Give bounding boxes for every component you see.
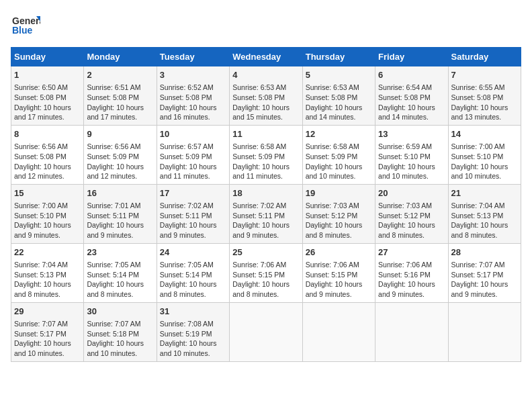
day-detail: Sunrise: 7:07 AMSunset: 5:17 PMDaylight:… xyxy=(14,319,81,359)
day-detail: Sunrise: 7:05 AMSunset: 5:14 PMDaylight:… xyxy=(87,260,153,300)
day-number: 14 xyxy=(451,128,518,140)
day-header-wednesday: Wednesday xyxy=(230,48,302,66)
day-header-sunday: Sunday xyxy=(11,48,84,66)
calendar-week-3: 15Sunrise: 7:00 AMSunset: 5:10 PMDayligh… xyxy=(11,184,521,243)
day-detail: Sunrise: 6:57 AMSunset: 5:09 PMDaylight:… xyxy=(160,142,226,181)
calendar-cell: 8Sunrise: 6:56 AMSunset: 5:08 PMDaylight… xyxy=(11,125,84,184)
day-header-friday: Friday xyxy=(375,48,448,66)
day-detail: Sunrise: 7:06 AMSunset: 5:16 PMDaylight:… xyxy=(378,260,445,300)
day-number: 24 xyxy=(160,246,226,259)
calendar-cell: 2Sunrise: 6:51 AMSunset: 5:08 PMDaylight… xyxy=(84,66,157,126)
day-number: 9 xyxy=(87,128,153,140)
day-detail: Sunrise: 6:53 AMSunset: 5:08 PMDaylight:… xyxy=(232,83,299,122)
day-number: 3 xyxy=(160,69,226,81)
day-number: 19 xyxy=(306,187,372,199)
calendar-cell: 25Sunrise: 7:06 AMSunset: 5:15 PMDayligh… xyxy=(230,243,302,302)
day-detail: Sunrise: 7:02 AMSunset: 5:11 PMDaylight:… xyxy=(232,201,299,240)
day-number: 10 xyxy=(160,128,226,140)
day-number: 5 xyxy=(306,69,372,81)
svg-text:Blue: Blue xyxy=(12,25,33,36)
day-number: 6 xyxy=(378,69,445,81)
calendar-cell: 22Sunrise: 7:04 AMSunset: 5:13 PMDayligh… xyxy=(11,243,84,302)
calendar-table: SundayMondayTuesdayWednesdayThursdayFrid… xyxy=(11,47,521,362)
calendar-cell: 5Sunrise: 6:53 AMSunset: 5:08 PMDaylight… xyxy=(302,66,375,126)
day-detail: Sunrise: 7:04 AMSunset: 5:13 PMDaylight:… xyxy=(14,260,81,300)
calendar-cell: 11Sunrise: 6:58 AMSunset: 5:09 PMDayligh… xyxy=(230,125,302,184)
calendar-cell: 29Sunrise: 7:07 AMSunset: 5:17 PMDayligh… xyxy=(11,302,84,361)
calendar-week-4: 22Sunrise: 7:04 AMSunset: 5:13 PMDayligh… xyxy=(11,243,521,302)
calendar-cell: 9Sunrise: 6:56 AMSunset: 5:09 PMDaylight… xyxy=(84,125,157,184)
day-detail: Sunrise: 7:01 AMSunset: 5:11 PMDaylight:… xyxy=(87,201,153,240)
calendar-cell: 21Sunrise: 7:04 AMSunset: 5:13 PMDayligh… xyxy=(448,184,521,243)
day-detail: Sunrise: 6:51 AMSunset: 5:08 PMDaylight:… xyxy=(87,83,153,122)
calendar-cell: 20Sunrise: 7:03 AMSunset: 5:12 PMDayligh… xyxy=(375,184,448,243)
day-number: 2 xyxy=(87,69,153,81)
day-detail: Sunrise: 7:06 AMSunset: 5:15 PMDaylight:… xyxy=(232,260,299,300)
day-number: 4 xyxy=(232,69,299,81)
calendar-week-2: 8Sunrise: 6:56 AMSunset: 5:08 PMDaylight… xyxy=(11,125,521,184)
calendar-cell: 23Sunrise: 7:05 AMSunset: 5:14 PMDayligh… xyxy=(84,243,157,302)
calendar-cell: 3Sunrise: 6:52 AMSunset: 5:08 PMDaylight… xyxy=(157,66,229,126)
day-number: 25 xyxy=(232,246,299,259)
day-number: 15 xyxy=(14,187,81,199)
calendar-cell: 26Sunrise: 7:06 AMSunset: 5:15 PMDayligh… xyxy=(302,243,375,302)
day-number: 13 xyxy=(378,128,445,140)
day-number: 31 xyxy=(160,306,226,318)
day-detail: Sunrise: 7:06 AMSunset: 5:15 PMDaylight:… xyxy=(306,260,372,300)
day-detail: Sunrise: 6:54 AMSunset: 5:08 PMDaylight:… xyxy=(378,83,445,122)
day-number: 23 xyxy=(87,246,153,259)
calendar-cell: 10Sunrise: 6:57 AMSunset: 5:09 PMDayligh… xyxy=(157,125,229,184)
day-number: 26 xyxy=(306,246,372,259)
day-detail: Sunrise: 6:56 AMSunset: 5:09 PMDaylight:… xyxy=(87,142,153,181)
calendar-cell: 16Sunrise: 7:01 AMSunset: 5:11 PMDayligh… xyxy=(84,184,157,243)
calendar-cell: 28Sunrise: 7:07 AMSunset: 5:17 PMDayligh… xyxy=(448,243,521,302)
calendar-cell: 4Sunrise: 6:53 AMSunset: 5:08 PMDaylight… xyxy=(230,66,302,126)
calendar-cell: 18Sunrise: 7:02 AMSunset: 5:11 PMDayligh… xyxy=(230,184,302,243)
day-number: 8 xyxy=(14,128,81,140)
day-header-thursday: Thursday xyxy=(302,48,375,66)
day-header-monday: Monday xyxy=(84,48,157,66)
calendar-body: 1Sunrise: 6:50 AMSunset: 5:08 PMDaylight… xyxy=(11,66,521,362)
day-detail: Sunrise: 7:03 AMSunset: 5:12 PMDaylight:… xyxy=(378,201,445,240)
day-number: 11 xyxy=(232,128,299,140)
day-number: 30 xyxy=(87,306,153,318)
calendar-week-1: 1Sunrise: 6:50 AMSunset: 5:08 PMDaylight… xyxy=(11,66,521,126)
page-header: General Blue xyxy=(11,11,521,40)
day-number: 16 xyxy=(87,187,153,199)
calendar-cell: 14Sunrise: 7:00 AMSunset: 5:10 PMDayligh… xyxy=(448,125,521,184)
day-number: 27 xyxy=(378,246,445,259)
day-detail: Sunrise: 6:58 AMSunset: 5:09 PMDaylight:… xyxy=(306,142,372,181)
calendar-cell: 1Sunrise: 6:50 AMSunset: 5:08 PMDaylight… xyxy=(11,66,84,126)
day-detail: Sunrise: 7:02 AMSunset: 5:11 PMDaylight:… xyxy=(160,201,226,240)
calendar-cell: 24Sunrise: 7:05 AMSunset: 5:14 PMDayligh… xyxy=(157,243,229,302)
day-detail: Sunrise: 6:59 AMSunset: 5:10 PMDaylight:… xyxy=(378,142,445,181)
day-number: 18 xyxy=(232,187,299,199)
day-detail: Sunrise: 7:07 AMSunset: 5:18 PMDaylight:… xyxy=(87,319,153,359)
calendar-cell: 12Sunrise: 6:58 AMSunset: 5:09 PMDayligh… xyxy=(302,125,375,184)
day-detail: Sunrise: 7:05 AMSunset: 5:14 PMDaylight:… xyxy=(160,260,226,300)
day-detail: Sunrise: 7:00 AMSunset: 5:10 PMDaylight:… xyxy=(14,201,81,240)
calendar-cell: 7Sunrise: 6:55 AMSunset: 5:08 PMDaylight… xyxy=(448,66,521,126)
calendar-header: SundayMondayTuesdayWednesdayThursdayFrid… xyxy=(11,48,521,66)
day-header-tuesday: Tuesday xyxy=(157,48,229,66)
calendar-cell: 6Sunrise: 6:54 AMSunset: 5:08 PMDaylight… xyxy=(375,66,448,126)
calendar-cell xyxy=(448,302,521,361)
day-detail: Sunrise: 6:53 AMSunset: 5:08 PMDaylight:… xyxy=(306,83,372,122)
calendar-cell xyxy=(375,302,448,361)
calendar-cell: 19Sunrise: 7:03 AMSunset: 5:12 PMDayligh… xyxy=(302,184,375,243)
day-detail: Sunrise: 6:55 AMSunset: 5:08 PMDaylight:… xyxy=(451,83,518,122)
day-detail: Sunrise: 6:52 AMSunset: 5:08 PMDaylight:… xyxy=(160,83,226,122)
calendar-cell: 30Sunrise: 7:07 AMSunset: 5:18 PMDayligh… xyxy=(84,302,157,361)
calendar-cell: 15Sunrise: 7:00 AMSunset: 5:10 PMDayligh… xyxy=(11,184,84,243)
calendar-cell xyxy=(302,302,375,361)
day-detail: Sunrise: 6:58 AMSunset: 5:09 PMDaylight:… xyxy=(232,142,299,181)
day-number: 17 xyxy=(160,187,226,199)
calendar-cell: 17Sunrise: 7:02 AMSunset: 5:11 PMDayligh… xyxy=(157,184,229,243)
day-number: 7 xyxy=(451,69,518,81)
day-number: 22 xyxy=(14,246,81,259)
day-detail: Sunrise: 6:50 AMSunset: 5:08 PMDaylight:… xyxy=(14,83,81,122)
day-number: 20 xyxy=(378,187,445,199)
calendar-cell: 13Sunrise: 6:59 AMSunset: 5:10 PMDayligh… xyxy=(375,125,448,184)
day-header-saturday: Saturday xyxy=(448,48,521,66)
calendar-cell xyxy=(230,302,302,361)
